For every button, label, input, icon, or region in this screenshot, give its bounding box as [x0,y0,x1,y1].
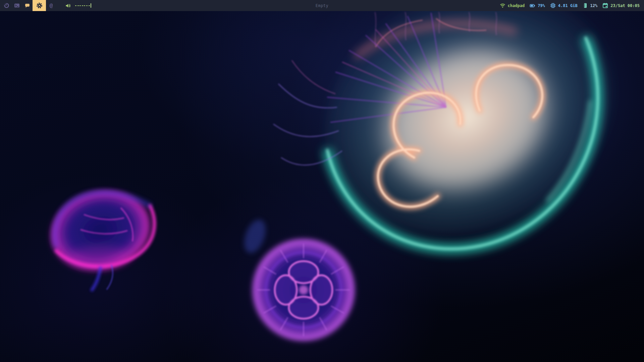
workspace-browser[interactable] [1,0,12,11]
calendar-icon [602,3,608,8]
battery-icon [530,3,535,8]
clock-label: 23/Sat 00:05 [610,3,640,8]
terminal-icon [14,3,20,8]
gear-icon [36,2,43,9]
jellyfish-center [240,217,357,344]
cpu-widget[interactable]: 12% [583,3,598,8]
firefox-icon [4,3,9,8]
desktop-wallpaper [0,0,644,362]
at-icon: @ [50,2,53,9]
ram-stick-icon [583,3,588,8]
workspace-settings[interactable] [33,0,46,11]
battery-widget[interactable]: 79% [530,3,545,8]
wifi-icon [500,3,505,8]
cpu-percent-label: 12% [590,3,598,8]
memory-widget[interactable]: 4.81 GiB [550,3,578,8]
workspace-mail[interactable]: @ [46,0,56,11]
volume-slider-track [75,5,90,6]
clock-widget[interactable]: 23/Sat 00:05 [602,3,640,8]
workspace-chat[interactable] [22,0,33,11]
status-widgets: chadpad 79% 4.81 GiB [500,3,644,8]
workspace-groupbox: @ [0,0,56,11]
speaker-icon [65,3,71,8]
network-name-label: chadpad [508,3,525,8]
memory-usage-label: 4.81 GiB [558,3,578,8]
volume-slider[interactable] [75,3,91,8]
volume-slider-handle[interactable] [91,3,91,8]
jellyfish-large [273,0,644,280]
jellyfish-left [41,180,160,291]
cpu-chip-icon [550,3,556,8]
volume-widget[interactable] [65,3,91,8]
workspace-terminal[interactable] [12,0,22,11]
battery-percent-label: 79% [538,3,545,8]
top-status-bar: @ Empty chadpad [0,0,644,11]
network-widget[interactable]: chadpad [500,3,525,8]
chat-icon [24,3,30,8]
